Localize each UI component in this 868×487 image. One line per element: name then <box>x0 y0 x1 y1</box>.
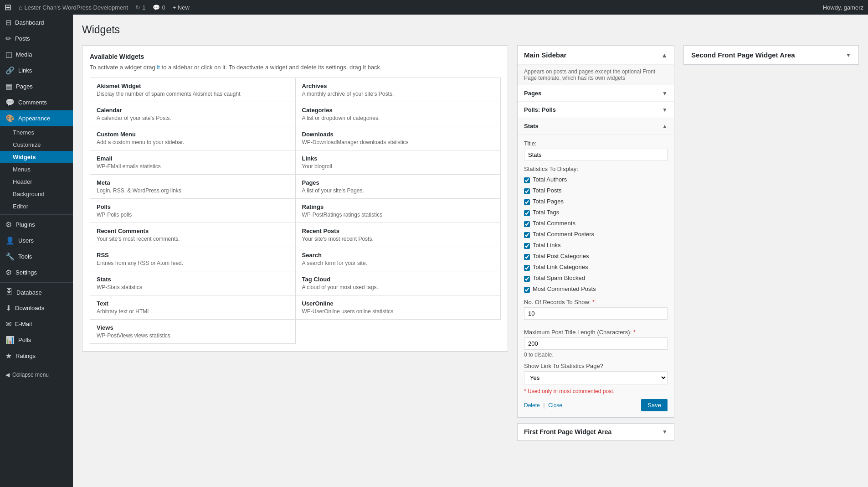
widget-item-recent-comments[interactable]: Recent CommentsYour site's most recent c… <box>90 223 296 247</box>
sidebar-item-media[interactable]: ◫ Media <box>0 47 73 62</box>
polls-icon: 📊 <box>5 336 15 344</box>
widget-desc: A list of your site's Pages. <box>302 187 494 194</box>
sidebar-item-editor[interactable]: Editor <box>0 200 73 212</box>
widget-desc: Your site's most recent Posts. <box>302 236 494 242</box>
main-sidebar-title: Main Sidebar <box>524 51 566 59</box>
main-sidebar-desc: Appears on posts and pages except the op… <box>518 65 674 85</box>
sidebar-item-widgets[interactable]: Widgets <box>0 151 73 163</box>
widget-item-akismet-widget[interactable]: Akismet WidgetDisplay the number of spam… <box>90 78 296 102</box>
collapse-menu-button[interactable]: ◀ Collapse menu <box>0 368 73 382</box>
widget-item-links[interactable]: LinksYour blogroll <box>295 150 501 175</box>
pages-widget-header[interactable]: Pages ▼ <box>518 85 674 101</box>
checkbox-10[interactable] <box>524 287 530 293</box>
checkbox-8[interactable] <box>524 265 530 271</box>
site-name[interactable]: ⌂ Lester Chan's WordPress Development <box>19 4 128 11</box>
widget-item-email[interactable]: EmailWP-EMail emails statistics <box>90 150 296 175</box>
collapse-icon: ◀ <box>5 372 10 378</box>
sidebar-item-settings[interactable]: ⚙ Settings <box>0 264 73 280</box>
second-front-page-header[interactable]: Second Front Page Widget Area ▼ <box>684 46 858 64</box>
sidebar-item-downloads[interactable]: ⬇ Downloads <box>0 300 73 316</box>
close-widget-link[interactable]: Close <box>548 402 562 409</box>
widget-item-custom-menu[interactable]: Custom MenuAdd a custom menu to your sid… <box>90 126 296 150</box>
sidebar-item-header[interactable]: Header <box>0 176 73 188</box>
checkbox-0[interactable] <box>524 177 530 183</box>
stats-title-label: Title: <box>524 140 668 147</box>
first-front-page-header[interactable]: First Front Page Widget Area ▼ <box>518 424 674 440</box>
widget-item-useronline[interactable]: UserOnlineWP-UserOnline users online sta… <box>295 295 501 320</box>
polls-widget-title: Polls: Polls <box>524 106 556 113</box>
widget-item-tag-cloud[interactable]: Tag CloudA cloud of your most used tags. <box>295 271 501 295</box>
save-widget-button[interactable]: Save <box>641 399 668 411</box>
stats-title-input[interactable] <box>524 149 668 161</box>
widget-item-rss[interactable]: RSSEntries from any RSS or Atom feed. <box>90 247 296 271</box>
widget-item-views[interactable]: ViewsWP-PostViews views statistics <box>90 319 296 344</box>
sidebar-item-database[interactable]: 🗄 Database <box>0 285 73 300</box>
widget-item-archives[interactable]: ArchivesA monthly archive of your site's… <box>295 78 501 102</box>
checkbox-5[interactable] <box>524 232 530 238</box>
appearance-icon: 🎨 <box>5 114 15 123</box>
show-link-select[interactable]: Yes No <box>524 371 668 384</box>
widget-item-polls[interactable]: PollsWP-Polls polls <box>90 198 296 223</box>
checkbox-row-6: Total Links <box>524 242 668 250</box>
widget-item-categories[interactable]: CategoriesA list or dropdown of categori… <box>295 102 501 126</box>
sidebar-item-customize[interactable]: Customize <box>0 139 73 151</box>
checkbox-label-9: Total Spam Blocked <box>533 275 585 281</box>
sidebar-item-email[interactable]: ✉ E-Mail <box>0 316 73 332</box>
wp-logo[interactable]: ⊞ <box>5 2 11 12</box>
updates-count[interactable]: ↻ 1 <box>135 4 145 11</box>
sidebar-item-polls[interactable]: 📊 Polls <box>0 332 73 348</box>
widget-grid: Akismet WidgetDisplay the number of spam… <box>90 78 500 344</box>
sidebar-item-dashboard[interactable]: ⊟ Dashboard <box>0 15 73 31</box>
records-input[interactable] <box>524 307 668 320</box>
checkbox-row-4: Total Comments <box>524 220 668 228</box>
pages-widget-title: Pages <box>524 90 541 97</box>
checkbox-4[interactable] <box>524 221 530 227</box>
widget-name: Recent Posts <box>302 228 494 234</box>
max-post-input[interactable] <box>524 337 668 350</box>
checkbox-1[interactable] <box>524 188 530 194</box>
sidebar-item-appearance[interactable]: 🎨 Appearance <box>0 110 73 126</box>
polls-widget-header[interactable]: Polls: Polls ▼ <box>518 102 674 118</box>
checkbox-2[interactable] <box>524 199 530 205</box>
main-sidebar-collapse-icon[interactable]: ▲ <box>661 52 668 59</box>
sidebar-item-pages[interactable]: ▤ Pages <box>0 78 73 94</box>
drag-link[interactable]: it <box>157 64 160 71</box>
checkbox-7[interactable] <box>524 254 530 260</box>
sidebar-item-links[interactable]: 🔗 Links <box>0 62 73 78</box>
checkbox-3[interactable] <box>524 210 530 216</box>
widget-name: Views <box>97 324 289 331</box>
sidebar-item-themes[interactable]: Themes <box>0 126 73 139</box>
widget-item-search[interactable]: SearchA search form for your site. <box>295 247 501 271</box>
max-post-label: Maximum Post Title Length (Characters): … <box>524 329 668 336</box>
available-widgets-section: Available Widgets To activate a widget d… <box>82 45 508 352</box>
checkbox-label-7: Total Post Categories <box>533 253 589 259</box>
widget-item-text[interactable]: TextArbitrary text or HTML. <box>90 295 296 320</box>
widget-item-pages[interactable]: PagesA list of your site's Pages. <box>295 174 501 199</box>
widget-item-stats[interactable]: StatsWP-Stats statistics <box>90 271 296 295</box>
new-content[interactable]: + New <box>173 4 190 11</box>
main-sidebar-column: Main Sidebar ▲ Appears on posts and page… <box>517 45 674 446</box>
stats-widget-header[interactable]: Stats ▲ <box>518 118 674 134</box>
max-post-hint: 0 to disable. <box>524 352 668 358</box>
sidebar-item-ratings[interactable]: ★ Ratings <box>0 348 73 364</box>
sidebar-item-comments[interactable]: 💬 Comments <box>0 94 73 110</box>
sidebar-item-users[interactable]: 👤 Users <box>0 233 73 249</box>
widget-desc: Add a custom menu to your sidebar. <box>97 139 289 145</box>
checkbox-6[interactable] <box>524 243 530 249</box>
widget-item-downloads[interactable]: DownloadsWP-DownloadManager downloads st… <box>295 126 501 150</box>
database-icon: 🗄 <box>5 288 13 296</box>
delete-widget-link[interactable]: Delete <box>524 402 540 409</box>
sidebar-item-background[interactable]: Background <box>0 188 73 200</box>
sidebar-item-posts[interactable]: ✏ Posts <box>0 31 73 47</box>
sidebar-item-menus[interactable]: Menus <box>0 163 73 176</box>
widget-item-meta[interactable]: MetaLogin, RSS, & WordPress.org links. <box>90 174 296 199</box>
widget-item-calendar[interactable]: CalendarA calendar of your site's Posts. <box>90 102 296 126</box>
sidebar-item-plugins[interactable]: ⚙ Plugins <box>0 217 73 233</box>
widget-item-ratings[interactable]: RatingsWP-PostRatings ratings statistics <box>295 198 501 223</box>
widget-item-recent-posts[interactable]: Recent PostsYour site's most recent Post… <box>295 223 501 247</box>
first-front-page-toggle-icon: ▼ <box>662 429 668 435</box>
checkbox-9[interactable] <box>524 276 530 282</box>
widget-desc: A list or dropdown of categories. <box>302 115 494 121</box>
sidebar-item-tools[interactable]: 🔧 Tools <box>0 249 73 264</box>
comments-count[interactable]: 💬 0 <box>153 4 165 11</box>
